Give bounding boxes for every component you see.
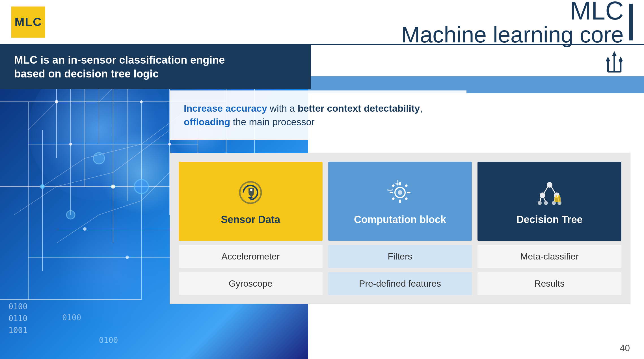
computation-item-features: Pre-defined features [328, 272, 472, 295]
svg-rect-53 [405, 197, 408, 200]
svg-rect-68 [554, 197, 561, 202]
col-computation-block: Computation block Filters Pre-defined fe… [328, 162, 472, 295]
svg-point-45 [398, 190, 402, 195]
svg-point-35 [126, 256, 129, 259]
sensor-item-accelerometer: Accelerometer [179, 245, 323, 268]
svg-marker-4 [612, 51, 617, 56]
svg-point-33 [168, 143, 171, 146]
svg-point-38 [134, 179, 148, 194]
info-text-plain-2: the main processor [230, 116, 315, 127]
col-sensor-data-label: Sensor Data [221, 214, 280, 226]
svg-rect-51 [405, 184, 408, 187]
info-text-plain-1: with a [267, 103, 298, 114]
usb-icon-area [602, 49, 627, 76]
svg-point-58 [538, 201, 542, 205]
col-decision-tree: Decision Tree Meta-classifier Results [477, 162, 621, 295]
info-text-bold-blue-1: Increase accuracy [184, 103, 267, 114]
svg-point-31 [140, 100, 143, 103]
info-text-bold-dark: better context detectability [298, 103, 420, 114]
svg-line-62 [544, 187, 548, 193]
main-card: Sensor Data Accelerometer Gyroscope [170, 153, 630, 304]
col-header-decision-tree: Decision Tree [477, 162, 621, 241]
svg-point-29 [69, 143, 72, 146]
svg-point-37 [66, 211, 75, 219]
svg-rect-49 [407, 192, 410, 193]
svg-rect-52 [392, 197, 395, 200]
svg-point-56 [540, 193, 545, 198]
info-box: Increase accuracy with a better context … [170, 90, 466, 140]
svg-rect-47 [399, 200, 401, 203]
svg-point-32 [83, 227, 87, 231]
page-number: 40 [620, 343, 630, 353]
decision-tree-item-meta: Meta-classifier [477, 245, 621, 268]
mlc-logo: MLC [11, 7, 45, 38]
col-sensor-data: Sensor Data Accelerometer Gyroscope [179, 162, 323, 295]
decision-tree-item-results: Results [477, 272, 621, 295]
svg-line-65 [544, 198, 545, 201]
svg-point-7 [606, 59, 610, 62]
svg-rect-48 [390, 192, 393, 193]
decision-tree-icon-svg [537, 180, 562, 205]
svg-line-63 [552, 187, 555, 193]
svg-line-64 [540, 198, 541, 201]
header-title: MLC Machine learning core [45, 0, 629, 46]
sensor-item-gyroscope: Gyroscope [179, 272, 323, 295]
computation-icon [384, 177, 416, 208]
svg-point-55 [547, 182, 552, 188]
subtitle-banner: MLC is an in-sensor classification engin… [0, 45, 311, 89]
info-text-bold-blue-2: offloading [184, 116, 230, 127]
col-computation-label: Computation block [354, 214, 446, 226]
sensor-data-icon [235, 177, 266, 208]
svg-rect-50 [392, 184, 395, 187]
svg-rect-70 [558, 195, 560, 197]
title-sub: Machine learning core [45, 23, 624, 46]
col-header-computation: Computation block [328, 162, 472, 241]
svg-point-59 [544, 201, 548, 205]
digital-numbers: 010001101001 [8, 301, 27, 336]
sensor-icon-svg [238, 180, 263, 205]
svg-point-8 [619, 59, 622, 62]
accent-bar [629, 4, 633, 40]
info-text-comma: , [420, 103, 422, 114]
header: MLC MLC Machine learning core [0, 0, 644, 45]
svg-rect-69 [556, 195, 557, 197]
svg-point-36 [93, 153, 105, 164]
svg-point-30 [111, 185, 115, 189]
usb-icon [602, 49, 627, 75]
decision-tree-icon [534, 177, 565, 208]
info-box-text: Increase accuracy with a better context … [184, 102, 452, 129]
computation-icon-svg [387, 180, 413, 205]
col-decision-tree-label: Decision Tree [517, 214, 583, 226]
svg-point-43 [250, 189, 252, 191]
subtitle-text: MLC is an in-sensor classification engin… [14, 53, 297, 81]
computation-item-filters: Filters [328, 245, 472, 268]
digital-numbers-2: 0100 [99, 336, 118, 345]
digital-numbers-3: 0100 [62, 313, 81, 322]
col-header-sensor-data: Sensor Data [179, 162, 323, 241]
title-main: MLC [45, 0, 624, 23]
